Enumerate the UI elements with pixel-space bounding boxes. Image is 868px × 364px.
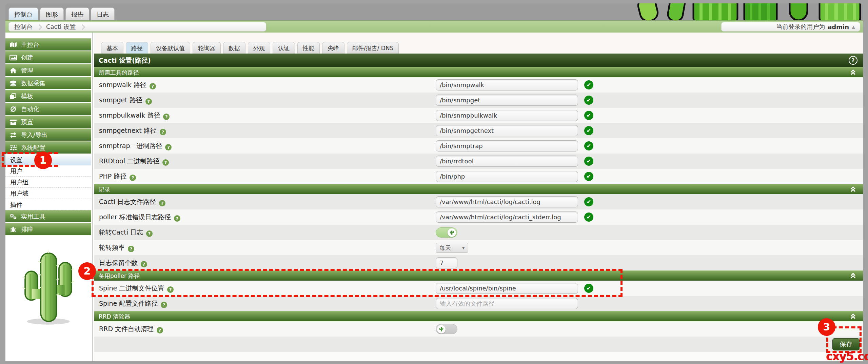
tab-poller[interactable]: 轮询器 (193, 42, 221, 54)
clone-icon (9, 93, 17, 100)
settings-row: RRDtool 二进制路径? /bin/rrdtool ✔ (94, 154, 863, 169)
snmpbulkwalk-path-input[interactable]: /bin/snmpbulkwalk (436, 110, 578, 121)
annotation-step-3: 3 (818, 318, 835, 336)
tab-spikes[interactable]: 尖峰 (322, 42, 344, 54)
help-icon[interactable]: ? (145, 98, 152, 105)
help-icon[interactable]: ? (128, 246, 134, 252)
top-window-bar: 控制台 图形 报告 日志 (5, 3, 863, 20)
section-logging[interactable]: 记录 (94, 184, 863, 194)
settings-row: snmpbulkwalk 路径? /bin/snmpbulkwalk ✔ (94, 108, 863, 123)
help-icon[interactable]: ? (174, 215, 180, 222)
breadcrumb-item-console[interactable]: 控制台 (14, 23, 33, 31)
sidebar-item-user-groups[interactable]: 用户组 (5, 177, 91, 188)
tab-logs[interactable]: 日志 (91, 7, 115, 20)
settings-row: snmptrap二进制路径? /bin/snmptrap ✔ (94, 138, 863, 154)
help-icon[interactable]: ? (161, 302, 167, 308)
sidebar-item-dashboard[interactable]: 主控台 (5, 38, 91, 50)
sidebar-item-utilities[interactable]: 实用工具 (5, 210, 91, 222)
toggle-knob-cactus-icon (437, 325, 446, 333)
rotate-log-toggle[interactable] (436, 227, 457, 238)
cacti-log-path-input[interactable]: /var/www/html/cacti/log/cacti.log (436, 196, 578, 207)
sidebar-item-troubleshooting[interactable]: 排障 (5, 223, 91, 235)
settings-row: snmpwalk 路径? /bin/snmpwalk ✔ (94, 77, 863, 93)
tab-graphs[interactable]: 图形 (40, 7, 64, 20)
settings-row: snmpget 路径? /bin/snmpget ✔ (94, 93, 863, 108)
breadcrumb-chevron-icon (80, 24, 85, 30)
collapse-icon[interactable] (851, 70, 856, 76)
settings-row: poller 标准错误日志路径? /var/www/html/cacti/log… (94, 209, 863, 225)
help-icon[interactable]: ? (150, 83, 156, 89)
snmpget-path-input[interactable]: /bin/snmpget (436, 95, 578, 106)
settings-row: PHP 路径? /bin/php ✔ (94, 169, 863, 184)
php-path-input[interactable]: /bin/php (436, 171, 578, 182)
valid-check-icon: ✔ (584, 96, 593, 105)
settings-row: 轮转Cacti 日志? (94, 225, 863, 240)
sidebar-item-import-export[interactable]: 导入/导出 (5, 128, 91, 141)
poller-stderr-log-path-input[interactable]: /var/www/html/cacti/log/cacti_stderr.log (436, 211, 578, 223)
cactus-illustration (17, 249, 80, 326)
gears-icon (9, 213, 17, 220)
tab-console[interactable]: 控制台 (8, 7, 38, 20)
tab-reports[interactable]: 报告 (65, 7, 89, 20)
help-icon[interactable]: ? (130, 175, 136, 181)
collapse-icon[interactable] (851, 314, 856, 320)
tab-performance[interactable]: 性能 (297, 42, 320, 54)
snmptrap-path-input[interactable]: /bin/snmptrap (436, 140, 578, 151)
sidebar-item-create[interactable]: 创建 (5, 51, 91, 63)
annotation-step-1: 1 (34, 151, 52, 169)
page-title: Cacti 设置(路径) ? (94, 54, 863, 67)
tab-general[interactable]: 基本 (101, 42, 123, 54)
automation-icon (9, 106, 17, 113)
database-icon (9, 80, 17, 87)
logged-in-user[interactable]: 当前登录的用户为 admin ▲ (721, 22, 860, 32)
sidebar-item-automation[interactable]: 自动化 (5, 103, 91, 115)
watermark: cxy5.com (826, 350, 868, 363)
help-icon[interactable]: ? (159, 200, 165, 206)
log-retention-input[interactable]: 7 (436, 257, 457, 268)
settings-row: RRD 文件自动清理? (94, 321, 863, 337)
rrdtool-path-input[interactable]: /bin/rrdtool (436, 156, 578, 167)
snmpgetnext-path-input[interactable]: /bin/snmpgetnext (436, 125, 578, 136)
snmpwalk-path-input[interactable]: /bin/snmpwalk (436, 79, 578, 90)
annotation-step-2: 2 (78, 262, 96, 280)
tab-device-defaults[interactable]: 设备默认值 (151, 42, 190, 54)
sidebar-item-presets[interactable]: 预置 (5, 116, 91, 128)
breadcrumb-item-settings[interactable]: Cacti 设置 (46, 23, 76, 31)
toggle-knob-cactus-icon (448, 228, 456, 237)
tab-mail-reporting-dns[interactable]: 邮件/报告/ DNS (347, 42, 399, 54)
tab-authentication[interactable]: 认证 (273, 42, 295, 54)
sidebar-item-plugins[interactable]: 插件 (5, 199, 91, 210)
tab-data[interactable]: 数据 (223, 42, 245, 54)
rotate-frequency-select[interactable]: 每天 ▼ (436, 243, 468, 253)
tab-visual[interactable]: 外观 (248, 42, 270, 54)
select-caret-icon: ▼ (462, 243, 465, 253)
help-icon[interactable]: ? (162, 159, 169, 166)
section-rrd-cleaner[interactable]: RRD 清除器 (94, 311, 863, 321)
help-icon[interactable]: ? (165, 144, 172, 150)
sliders-icon (9, 144, 17, 151)
content-footer (94, 352, 863, 361)
help-icon[interactable]: ? (163, 114, 170, 120)
help-icon[interactable]: ? (157, 327, 163, 333)
section-required-tool-paths[interactable]: 所需工具的路径 (94, 67, 863, 77)
sidebar-item-templates[interactable]: 模板 (5, 90, 91, 102)
spine-config-path-input[interactable]: 输入有效的文件路径 (436, 298, 578, 309)
window-tabs: 控制台 图形 报告 日志 (8, 7, 115, 20)
help-icon[interactable]: ? (141, 261, 147, 267)
collapse-icon[interactable] (851, 187, 856, 193)
user-menu-caret-icon: ▲ (852, 24, 855, 29)
page-help-icon[interactable]: ? (849, 56, 857, 65)
rrd-autoclean-toggle[interactable] (436, 324, 457, 334)
sidebar-item-management[interactable]: 管理 (5, 64, 91, 76)
valid-check-icon: ✔ (584, 197, 593, 206)
user-label: 当前登录的用户为 (776, 23, 825, 31)
tab-paths[interactable]: 路径 (126, 42, 148, 54)
valid-check-icon: ✔ (584, 141, 593, 150)
collapse-icon[interactable] (851, 274, 856, 279)
sidebar-item-user-domains[interactable]: 用户域 (5, 188, 91, 199)
help-icon[interactable]: ? (160, 129, 166, 135)
sidebar-item-data-collection[interactable]: 数据采集 (5, 77, 91, 89)
annotation-box-2 (92, 269, 623, 297)
valid-check-icon: ✔ (584, 213, 593, 222)
help-icon[interactable]: ? (146, 230, 153, 237)
